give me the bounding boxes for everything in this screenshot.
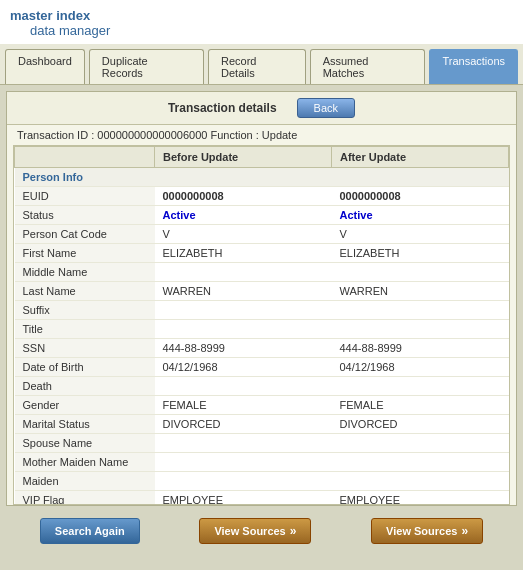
view-sources-label-1: View Sources <box>214 525 285 537</box>
after-value: 444-88-8999 <box>332 339 509 358</box>
table-row: Person Cat CodeVV <box>15 225 509 244</box>
table-row: Spouse Name <box>15 434 509 453</box>
view-sources-button-2[interactable]: View Sources » <box>371 518 483 544</box>
table-row: Last NameWARRENWARREN <box>15 282 509 301</box>
nav-tab-dashboard[interactable]: Dashboard <box>5 49 85 84</box>
col-header-field <box>15 147 155 168</box>
after-value <box>332 472 509 491</box>
field-label: Suffix <box>15 301 155 320</box>
table-row: Death <box>15 377 509 396</box>
txn-panel-title: Transaction details <box>168 101 277 115</box>
before-value: 0000000008 <box>155 187 332 206</box>
field-label: Maiden <box>15 472 155 491</box>
field-label: VIP Flag <box>15 491 155 506</box>
table-row: Date of Birth04/12/196804/12/1968 <box>15 358 509 377</box>
search-again-button[interactable]: Search Again <box>40 518 140 544</box>
before-value <box>155 434 332 453</box>
view-sources-arrows-2: » <box>461 524 468 538</box>
app-title-line1: master index <box>10 8 513 23</box>
after-value <box>332 377 509 396</box>
before-value: ELIZABETH <box>155 244 332 263</box>
before-value <box>155 453 332 472</box>
nav-tab-duplicate-records[interactable]: Duplicate Records <box>89 49 204 84</box>
view-sources-button-1[interactable]: View Sources » <box>199 518 311 544</box>
table-row: EUID00000000080000000008 <box>15 187 509 206</box>
view-sources-arrows-1: » <box>290 524 297 538</box>
main-panel: Transaction details Back Transaction ID … <box>6 91 517 506</box>
view-sources-label-2: View Sources <box>386 525 457 537</box>
field-label: Title <box>15 320 155 339</box>
table-row: Middle Name <box>15 263 509 282</box>
field-label: Status <box>15 206 155 225</box>
field-label: Marital Status <box>15 415 155 434</box>
after-value: ELIZABETH <box>332 244 509 263</box>
before-value <box>155 472 332 491</box>
transaction-table-container[interactable]: Before Update After Update Person InfoEU… <box>13 145 510 505</box>
field-label: Mother Maiden Name <box>15 453 155 472</box>
before-value: DIVORCED <box>155 415 332 434</box>
table-row: Suffix <box>15 301 509 320</box>
table-row: Marital StatusDIVORCEDDIVORCED <box>15 415 509 434</box>
nav-tab-transactions[interactable]: Transactions <box>429 49 518 84</box>
after-value <box>332 320 509 339</box>
field-label: SSN <box>15 339 155 358</box>
section-header-cell: Person Info <box>15 168 509 187</box>
after-value: WARREN <box>332 282 509 301</box>
after-value: DIVORCED <box>332 415 509 434</box>
before-value: EMPLOYEE <box>155 491 332 506</box>
field-label: Person Cat Code <box>15 225 155 244</box>
after-value <box>332 263 509 282</box>
field-label: Date of Birth <box>15 358 155 377</box>
after-value <box>332 301 509 320</box>
txn-details-header: Transaction details Back <box>7 92 516 125</box>
before-value: 04/12/1968 <box>155 358 332 377</box>
field-label: Last Name <box>15 282 155 301</box>
after-value <box>332 434 509 453</box>
after-value: 0000000008 <box>332 187 509 206</box>
col-header-before: Before Update <box>155 147 332 168</box>
before-value: Active <box>155 206 332 225</box>
before-value <box>155 320 332 339</box>
col-header-after: After Update <box>332 147 509 168</box>
table-row: StatusActiveActive <box>15 206 509 225</box>
field-label: Gender <box>15 396 155 415</box>
before-value: FEMALE <box>155 396 332 415</box>
table-row: Mother Maiden Name <box>15 453 509 472</box>
app-title-line2: data manager <box>10 23 513 38</box>
back-button[interactable]: Back <box>297 98 355 118</box>
after-value: 04/12/1968 <box>332 358 509 377</box>
field-label: Middle Name <box>15 263 155 282</box>
table-row: Maiden <box>15 472 509 491</box>
before-value <box>155 377 332 396</box>
footer: Search Again View Sources » View Sources… <box>0 512 523 550</box>
after-value: EMPLOYEE <box>332 491 509 506</box>
before-value: V <box>155 225 332 244</box>
app-header: master index data manager <box>0 0 523 44</box>
after-value: Active <box>332 206 509 225</box>
after-value <box>332 453 509 472</box>
nav-tab-assumed-matches[interactable]: Assumed Matches <box>310 49 426 84</box>
transaction-table: Before Update After Update Person InfoEU… <box>14 146 509 505</box>
navbar: DashboardDuplicate RecordsRecord Details… <box>0 44 523 85</box>
table-row: SSN444-88-8999444-88-8999 <box>15 339 509 358</box>
field-label: Death <box>15 377 155 396</box>
table-row: Title <box>15 320 509 339</box>
after-value: FEMALE <box>332 396 509 415</box>
before-value <box>155 263 332 282</box>
table-row: VIP FlagEMPLOYEEEMPLOYEE <box>15 491 509 506</box>
before-value <box>155 301 332 320</box>
field-label: First Name <box>15 244 155 263</box>
field-label: EUID <box>15 187 155 206</box>
before-value: WARREN <box>155 282 332 301</box>
table-row: Person Info <box>15 168 509 187</box>
before-value: 444-88-8999 <box>155 339 332 358</box>
table-row: First NameELIZABETHELIZABETH <box>15 244 509 263</box>
txn-id-line: Transaction ID : 000000000000006000 Func… <box>7 125 516 145</box>
after-value: V <box>332 225 509 244</box>
nav-tab-record-details[interactable]: Record Details <box>208 49 306 84</box>
table-row: GenderFEMALEFEMALE <box>15 396 509 415</box>
field-label: Spouse Name <box>15 434 155 453</box>
